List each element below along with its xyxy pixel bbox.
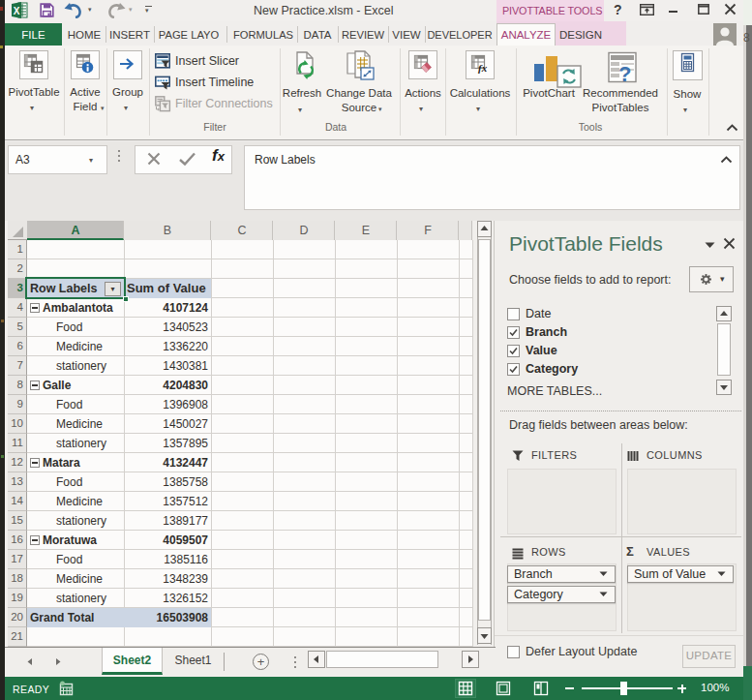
svg-text:fx: fx (478, 62, 488, 74)
svg-text:X: X (14, 6, 20, 16)
svg-text:?: ? (618, 62, 631, 83)
